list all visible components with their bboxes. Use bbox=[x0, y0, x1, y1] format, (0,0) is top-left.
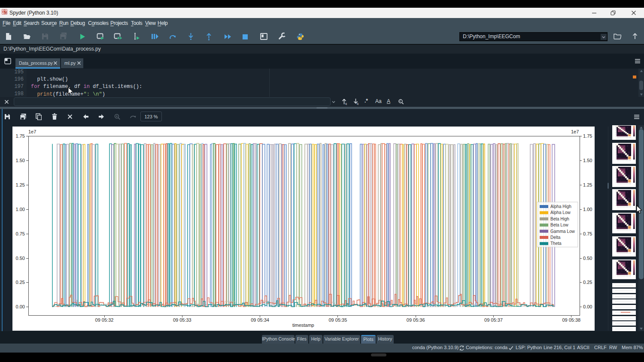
svg-text:1.00: 1.00 bbox=[583, 207, 592, 212]
svg-text:1.50: 1.50 bbox=[583, 158, 592, 163]
svg-text:0.00: 0.00 bbox=[583, 304, 592, 309]
svg-text:09 05:34: 09 05:34 bbox=[251, 317, 269, 323]
svg-text:1.25: 1.25 bbox=[583, 182, 592, 187]
svg-text:Alpha High: Alpha High bbox=[550, 204, 571, 209]
svg-text:0.50: 0.50 bbox=[583, 256, 592, 261]
svg-text:Theta: Theta bbox=[550, 241, 562, 246]
svg-text:09 05:33: 09 05:33 bbox=[173, 317, 191, 323]
svg-text:Gamma Low: Gamma Low bbox=[550, 229, 575, 234]
svg-text:09 05:36: 09 05:36 bbox=[407, 317, 425, 323]
svg-text:1.50: 1.50 bbox=[16, 158, 25, 163]
svg-text:0.75: 0.75 bbox=[583, 231, 592, 236]
svg-text:09 05:37: 09 05:37 bbox=[484, 317, 503, 323]
svg-text:0.75: 0.75 bbox=[16, 231, 25, 236]
svg-text:1e7: 1e7 bbox=[571, 129, 579, 134]
svg-text:Beta High: Beta High bbox=[550, 217, 569, 221]
svg-text:1e7: 1e7 bbox=[28, 129, 36, 134]
svg-text:timestamp: timestamp bbox=[292, 323, 314, 328]
svg-text:S: S bbox=[5, 11, 7, 14]
svg-text:0.25: 0.25 bbox=[583, 280, 592, 285]
svg-text:1.00: 1.00 bbox=[16, 207, 25, 212]
svg-text:09 05:32: 09 05:32 bbox=[95, 317, 114, 323]
svg-text:Delta: Delta bbox=[550, 235, 561, 240]
svg-text:Beta Low: Beta Low bbox=[550, 223, 568, 227]
svg-text:1.75: 1.75 bbox=[583, 133, 592, 139]
svg-text:Alpha Low: Alpha Low bbox=[550, 210, 571, 215]
svg-text:1.25: 1.25 bbox=[16, 182, 25, 187]
svg-text:0.25: 0.25 bbox=[16, 280, 25, 285]
svg-text:09 05:38: 09 05:38 bbox=[562, 317, 580, 323]
svg-text:q: q bbox=[357, 102, 358, 105]
svg-text:0.00: 0.00 bbox=[16, 304, 25, 309]
svg-text:0.50: 0.50 bbox=[16, 256, 25, 261]
svg-text:q: q bbox=[345, 102, 347, 105]
svg-text:1.75: 1.75 bbox=[16, 133, 25, 139]
svg-text:09 05:35: 09 05:35 bbox=[328, 317, 347, 323]
